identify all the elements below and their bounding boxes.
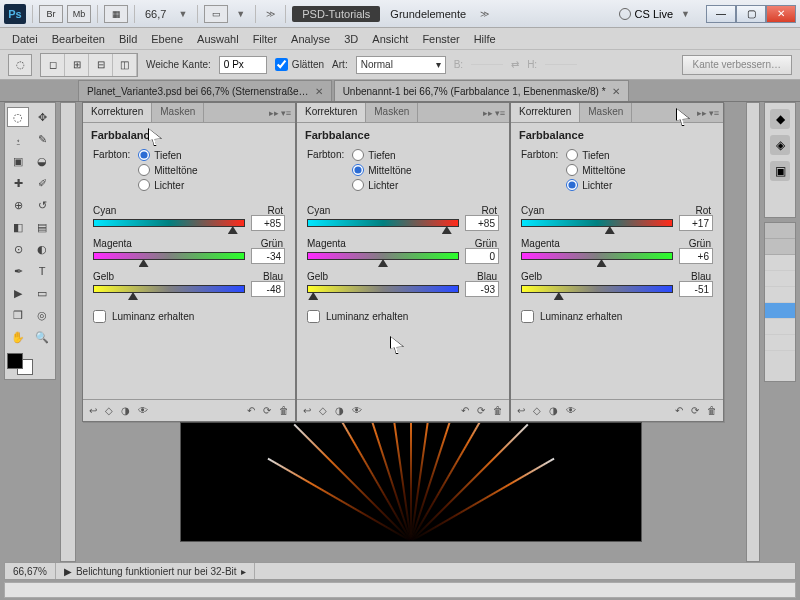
chevron-right-icon[interactable]: ▸ [241, 566, 246, 577]
radio-tiefen[interactable]: Tiefen [138, 149, 197, 161]
color-panel-icon[interactable]: ◆ [770, 109, 790, 129]
brush-tool[interactable]: ✐ [31, 173, 53, 193]
menu-datei[interactable]: Datei [12, 33, 38, 45]
panel-collapse-icon[interactable]: ▸▸ [697, 108, 707, 118]
3d-tool[interactable]: ❒ [7, 305, 29, 325]
antialias-checkbox[interactable]: Glätten [275, 58, 324, 71]
healing-tool[interactable]: ✚ [7, 173, 29, 193]
expand-icon[interactable]: ◇ [319, 405, 327, 416]
tab-korrekturen[interactable]: Korrekturen [297, 103, 366, 122]
selection-sub-icon[interactable]: ⊟ [89, 54, 113, 76]
trash-icon[interactable]: 🗑 [279, 405, 289, 416]
zoom-tool[interactable]: 🔍 [31, 327, 53, 347]
prev-icon[interactable]: ↶ [247, 405, 255, 416]
panel-menu-icon[interactable]: ▾≡ [281, 108, 291, 118]
slider-gelb-blau[interactable] [307, 285, 459, 293]
gradient-tool[interactable]: ▤ [31, 217, 53, 237]
expand-icon[interactable]: ◇ [533, 405, 541, 416]
radio-mitteltoene[interactable]: Mitteltöne [352, 164, 411, 176]
slider-cyan-rot[interactable] [521, 219, 673, 227]
slider-magenta-gruen[interactable] [307, 252, 459, 260]
back-icon[interactable]: ↩ [89, 405, 97, 416]
arrange-dropdown-icon[interactable]: ▼ [232, 9, 249, 19]
hand-tool[interactable]: ✋ [7, 327, 29, 347]
prev-icon[interactable]: ↶ [675, 405, 683, 416]
crop-tool[interactable]: ▣ [7, 151, 29, 171]
value-gelb-blau[interactable]: -93 [465, 281, 499, 297]
value-magenta-gruen[interactable]: +6 [679, 248, 713, 264]
value-cyan-rot[interactable]: +17 [679, 215, 713, 231]
selection-intersect-icon[interactable]: ◫ [113, 54, 137, 76]
color-swatches[interactable] [7, 349, 53, 375]
eraser-tool[interactable]: ◧ [7, 217, 29, 237]
slider-magenta-gruen[interactable] [93, 252, 245, 260]
screenmode-button[interactable]: ▦ [104, 5, 128, 23]
slider-gelb-blau[interactable] [93, 285, 245, 293]
radio-tiefen[interactable]: Tiefen [352, 149, 411, 161]
zoom-dropdown-icon[interactable]: ▼ [174, 9, 191, 19]
styles-panel-icon[interactable]: ▣ [770, 161, 790, 181]
workspace-overflow-icon[interactable]: ≫ [476, 9, 493, 19]
value-magenta-gruen[interactable]: 0 [465, 248, 499, 264]
workspace-pill[interactable]: PSD-Tutorials [292, 6, 380, 22]
panel-collapse-icon[interactable]: ▸▸ [269, 108, 279, 118]
status-zoom[interactable]: 66,67% [5, 563, 56, 579]
value-cyan-rot[interactable]: +85 [465, 215, 499, 231]
radio-mitteltoene[interactable]: Mitteltöne [566, 164, 625, 176]
selection-add-icon[interactable]: ⊞ [65, 54, 89, 76]
value-cyan-rot[interactable]: +85 [251, 215, 285, 231]
tab-masken[interactable]: Masken [152, 103, 204, 122]
menu-auswahl[interactable]: Auswahl [197, 33, 239, 45]
reset-icon[interactable]: ⟳ [263, 405, 271, 416]
shape-tool[interactable]: ▭ [31, 283, 53, 303]
layers-minidock[interactable] [764, 222, 796, 382]
radio-lichter[interactable]: Lichter [352, 179, 411, 191]
blur-tool[interactable]: ⊙ [7, 239, 29, 259]
tab-korrekturen[interactable]: Korrekturen [511, 103, 580, 122]
preserve-luminance-checkbox[interactable]: Luminanz erhalten [307, 310, 499, 323]
feather-input[interactable] [219, 56, 267, 74]
clip-icon[interactable]: ◑ [335, 405, 344, 416]
overflow-icon[interactable]: ≫ [262, 9, 279, 19]
minibridge-button[interactable]: Mb [67, 5, 91, 23]
clip-icon[interactable]: ◑ [549, 405, 558, 416]
3d-camera-tool[interactable]: ◎ [31, 305, 53, 325]
marquee-tool[interactable]: ◌ [7, 107, 29, 127]
close-icon[interactable]: ✕ [612, 86, 620, 97]
menu-filter[interactable]: Filter [253, 33, 277, 45]
visibility-icon[interactable]: 👁 [352, 405, 362, 416]
panel-collapse-icon[interactable]: ▸▸ [483, 108, 493, 118]
value-gelb-blau[interactable]: -48 [251, 281, 285, 297]
trash-icon[interactable]: 🗑 [493, 405, 503, 416]
pen-tool[interactable]: ✒ [7, 261, 29, 281]
canvas[interactable] [180, 422, 642, 542]
path-select-tool[interactable]: ▶ [7, 283, 29, 303]
panel-menu-icon[interactable]: ▾≡ [495, 108, 505, 118]
window-minimize-button[interactable]: — [706, 5, 736, 23]
menu-ebene[interactable]: Ebene [151, 33, 183, 45]
lasso-tool[interactable]: ⍚ [7, 129, 29, 149]
visibility-icon[interactable]: 👁 [566, 405, 576, 416]
preserve-luminance-checkbox[interactable]: Luminanz erhalten [93, 310, 285, 323]
slider-cyan-rot[interactable] [307, 219, 459, 227]
type-tool[interactable]: T [31, 261, 53, 281]
visibility-icon[interactable]: 👁 [138, 405, 148, 416]
radio-tiefen[interactable]: Tiefen [566, 149, 625, 161]
quickselect-tool[interactable]: ✎ [31, 129, 53, 149]
reset-icon[interactable]: ⟳ [477, 405, 485, 416]
trash-icon[interactable]: 🗑 [707, 405, 717, 416]
bridge-button[interactable]: Br [39, 5, 63, 23]
menu-fenster[interactable]: Fenster [422, 33, 459, 45]
stamp-tool[interactable]: ⊕ [7, 195, 29, 215]
workspace-secondary[interactable]: Grundelemente [384, 8, 472, 20]
tool-preset-icon[interactable]: ◌ [8, 54, 32, 76]
selection-new-icon[interactable]: ◻ [41, 54, 65, 76]
close-icon[interactable]: ✕ [315, 86, 323, 97]
style-select[interactable]: Normal▾ [356, 56, 446, 74]
window-close-button[interactable]: ✕ [766, 5, 796, 23]
refine-edge-button[interactable]: Kante verbessern… [682, 55, 792, 75]
move-tool[interactable]: ✥ [31, 107, 53, 127]
menu-3d[interactable]: 3D [344, 33, 358, 45]
menu-ansicht[interactable]: Ansicht [372, 33, 408, 45]
swatches-panel-icon[interactable]: ◈ [770, 135, 790, 155]
